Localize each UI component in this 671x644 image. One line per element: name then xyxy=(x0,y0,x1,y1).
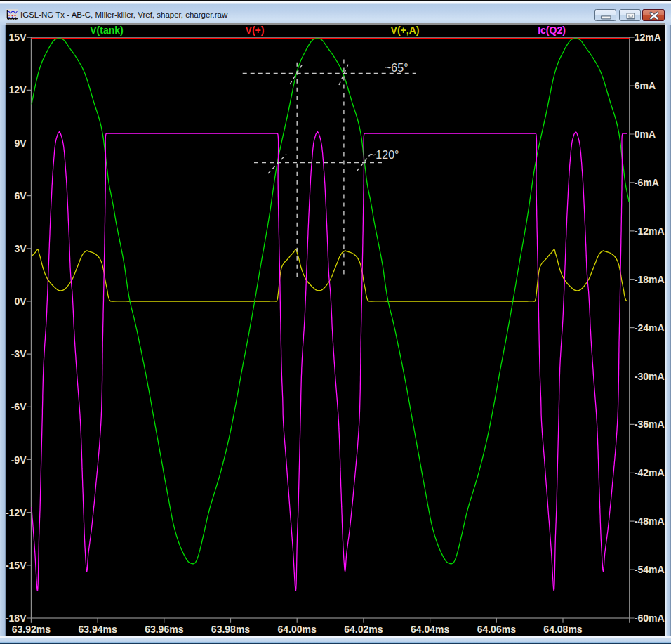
svg-text:~65°: ~65° xyxy=(385,62,408,74)
svg-text:63.96ms: 63.96ms xyxy=(145,624,183,635)
svg-text:-54mA: -54mA xyxy=(635,564,665,575)
svg-text:-15V: -15V xyxy=(6,560,27,571)
svg-text:15V: 15V xyxy=(9,32,27,43)
svg-text:V(tank): V(tank) xyxy=(90,25,123,36)
svg-text:3V: 3V xyxy=(14,243,27,254)
svg-text:-42mA: -42mA xyxy=(635,467,665,478)
svg-text:~120°: ~120° xyxy=(369,149,399,161)
svg-text:V(+,A): V(+,A) xyxy=(391,25,420,36)
svg-text:6V: 6V xyxy=(14,190,27,202)
svg-text:6mA: 6mA xyxy=(635,80,656,91)
svg-text:63.94ms: 63.94ms xyxy=(78,624,117,635)
svg-text:-18mA: -18mA xyxy=(635,274,665,285)
svg-text:64.06ms: 64.06ms xyxy=(477,624,516,635)
svg-text:9V: 9V xyxy=(14,138,27,149)
svg-text:-6V: -6V xyxy=(11,401,27,412)
svg-text:Ic(Q2): Ic(Q2) xyxy=(538,25,566,36)
svg-text:-18V: -18V xyxy=(6,612,27,624)
svg-text:64.00ms: 64.00ms xyxy=(278,624,317,635)
svg-text:63.92ms: 63.92ms xyxy=(12,624,51,635)
svg-text:-36mA: -36mA xyxy=(635,419,665,430)
svg-text:64.04ms: 64.04ms xyxy=(411,624,449,635)
svg-text:0V: 0V xyxy=(14,296,27,307)
svg-text:-24mA: -24mA xyxy=(635,322,665,334)
svg-text:-9V: -9V xyxy=(11,454,27,466)
svg-text:63.98ms: 63.98ms xyxy=(211,624,250,635)
svg-text:-6mA: -6mA xyxy=(635,177,659,188)
svg-text:-30mA: -30mA xyxy=(635,371,665,382)
svg-text:-3V: -3V xyxy=(11,348,27,360)
svg-text:12mA: 12mA xyxy=(635,32,661,43)
svg-text:64.08ms: 64.08ms xyxy=(543,624,582,635)
svg-text:-48mA: -48mA xyxy=(635,515,665,527)
svg-text:0mA: 0mA xyxy=(635,129,656,140)
svg-text:-60mA: -60mA xyxy=(635,612,665,624)
svg-text:64.02ms: 64.02ms xyxy=(344,624,383,635)
svg-text:-12mA: -12mA xyxy=(635,225,665,237)
svg-text:-12V: -12V xyxy=(6,507,27,518)
svg-text:V(+): V(+) xyxy=(246,25,265,36)
svg-text:12V: 12V xyxy=(9,84,27,96)
